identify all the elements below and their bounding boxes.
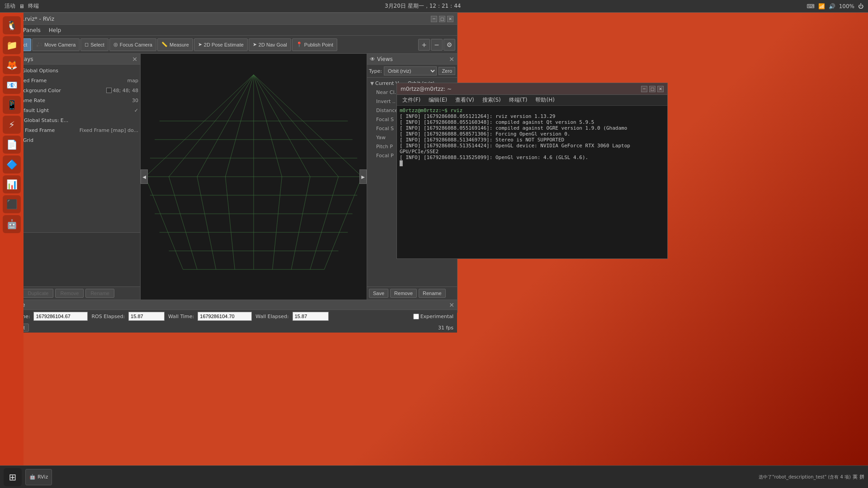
nav-goal-button[interactable]: ➤ 2D Nav Goal — [249, 38, 291, 51]
zoom-in-button[interactable]: + — [418, 39, 430, 51]
sidebar-app5-icon[interactable]: ⚡ — [3, 116, 21, 134]
wall-elapsed-input[interactable] — [292, 312, 329, 321]
svg-line-14 — [226, 75, 254, 177]
measure-button[interactable]: 📏 Measure — [157, 38, 193, 51]
focus-camera-button[interactable]: ◎ Focus Camera — [109, 38, 156, 51]
svg-line-21 — [169, 177, 198, 269]
help-menu[interactable]: Help — [45, 26, 65, 34]
svg-line-25 — [273, 177, 282, 269]
ros-elapsed-input[interactable] — [128, 312, 165, 321]
svg-line-19 — [254, 75, 362, 177]
power-icon: ⏻ — [858, 3, 863, 9]
focus-camera-icon: ◎ — [113, 42, 118, 47]
rename-button[interactable]: Rename — [85, 289, 114, 298]
terminal-close-button[interactable]: ✕ — [657, 86, 664, 92]
views-buttons: Save Remove Rename — [367, 286, 457, 300]
viewport-arrow-right[interactable]: ▶ — [359, 169, 367, 184]
sidebar-app8-icon[interactable]: 📊 — [3, 175, 21, 193]
views-icon: 👁 — [370, 56, 375, 62]
ros-time-input[interactable] — [33, 312, 88, 321]
sidebar-vscode-icon[interactable]: 🔷 — [3, 155, 21, 174]
pose-estimate-button[interactable]: ➤ 2D Pose Estimate — [194, 38, 248, 51]
default-light-label: Default Light — [17, 108, 134, 113]
displays-panel-close[interactable]: ✕ — [132, 56, 137, 63]
views-rename-button[interactable]: Rename — [419, 289, 446, 298]
sidebar-firefox-icon[interactable]: 🦊 — [3, 56, 21, 74]
svg-line-18 — [254, 75, 339, 177]
select-icon: ◻ — [85, 42, 89, 47]
current-view-expand[interactable]: ▼ — [369, 80, 375, 86]
sidebar-rviz-icon[interactable]: 🤖 — [3, 215, 21, 233]
system-bar: 活动 🖥 终端 3月20日 星期一，12：21：44 ⌨ 📶 🔊 100% ⏻ — [0, 0, 868, 13]
views-save-button[interactable]: Save — [369, 289, 388, 298]
fps-display: 31 fps — [438, 325, 453, 331]
keyboard-icon: ⌨ — [807, 3, 814, 9]
terminal-view-menu[interactable]: 查看(V) — [452, 95, 478, 105]
sidebar-terminal-icon[interactable]: ⬛ — [3, 195, 21, 213]
activities-label[interactable]: 活动 — [5, 2, 15, 10]
time-panel-close[interactable]: ✕ — [449, 301, 454, 309]
sidebar-ubuntu-icon[interactable]: 🐧 — [3, 16, 21, 34]
views-panel-title: 👁 Views — [370, 56, 393, 62]
taskbar-keyboard-icon: 英 — [853, 474, 858, 480]
3d-viewport[interactable]: ◀ ▶ — [141, 54, 367, 300]
views-zero-button[interactable]: Zero — [439, 67, 455, 75]
taskbar-apps-icon[interactable]: ⊞ — [4, 468, 22, 486]
toolbar: ↕ Interact 🎥 Move Camera ◻ Select ◎ Focu… — [0, 36, 457, 54]
wall-time-label: Wall Time: — [168, 314, 194, 319]
views-type-row: Type: Orbit (rviz) Zero — [367, 65, 457, 78]
terminal-title: m0rtzz@m0rtzz: ~ — [401, 86, 452, 92]
sidebar-thunderbird-icon[interactable]: 📧 — [3, 76, 21, 94]
select-button[interactable]: ◻ Select — [80, 38, 108, 51]
terminal-minimize-button[interactable]: ─ — [641, 86, 647, 92]
sidebar-app4-icon[interactable]: 📱 — [3, 96, 21, 114]
ros-elapsed-label: ROS Elapsed: — [91, 314, 125, 319]
system-bar-right: ⌨ 📶 🔊 100% ⏻ — [807, 3, 863, 9]
views-type-select[interactable]: Orbit (rviz) — [384, 66, 437, 75]
close-button[interactable]: ✕ — [447, 16, 453, 22]
wall-elapsed-label: Wall Elapsed: — [255, 314, 288, 319]
time-fields-row: ROS Time: ROS Elapsed: Wall Time: Wall E… — [0, 310, 457, 323]
svg-line-23 — [226, 177, 235, 269]
rviz-titlebar: default.rviz* - RViz ─ □ ✕ — [0, 13, 457, 25]
experimental-checkbox[interactable] — [413, 314, 419, 319]
taskbar-right: 选中了"robot_description_test" (含有 4 项) 英 拼 — [759, 474, 864, 480]
publish-point-button[interactable]: 📍 Publish Point — [292, 38, 337, 51]
sidebar-files-icon[interactable]: 📁 — [3, 36, 21, 54]
background-color-value: 48; 48; 48 — [113, 88, 138, 94]
terminal-body[interactable]: m0rtzz@m0rtzz:~$ rviz [ INFO] [167928608… — [397, 106, 667, 258]
terminal-label[interactable]: 终端 — [28, 2, 39, 10]
terminal-edit-menu[interactable]: 编辑(E) — [425, 95, 451, 105]
toolbar-right: + − ⚙ — [418, 39, 455, 51]
move-camera-button[interactable]: 🎥 Move Camera — [32, 38, 80, 51]
fixed-frame-value: map — [127, 78, 138, 84]
experimental-checkbox-row: Experimental — [413, 314, 453, 319]
wall-time-input[interactable] — [198, 312, 252, 321]
views-panel-close[interactable]: ✕ — [449, 56, 454, 63]
network-icon: 📶 — [818, 3, 825, 9]
rviz-titlebar-buttons: ─ □ ✕ — [431, 16, 453, 22]
grid-label: Grid — [23, 137, 140, 143]
terminal-file-menu[interactable]: 文件(F) — [399, 95, 424, 105]
sidebar-libreoffice-icon[interactable]: 📄 — [3, 136, 21, 154]
maximize-button[interactable]: □ — [439, 16, 445, 22]
taskbar-rviz-item[interactable]: 🤖 RViz — [25, 469, 52, 485]
zoom-out-button[interactable]: − — [431, 39, 443, 51]
viewport-arrow-left[interactable]: ◀ — [141, 169, 148, 184]
terminal-search-menu[interactable]: 搜索(S) — [479, 95, 505, 105]
taskbar-items: 🤖 RViz — [22, 469, 759, 485]
svg-line-20 — [145, 177, 183, 269]
terminal-window: m0rtzz@m0rtzz: ~ ─ □ ✕ 文件(F) 编辑(E) 查看(V)… — [396, 83, 668, 259]
settings-button[interactable]: ⚙ — [443, 39, 455, 51]
svg-line-12 — [169, 75, 254, 177]
volume-icon: 🔊 — [829, 3, 835, 9]
minimize-button[interactable]: ─ — [431, 16, 437, 22]
duplicate-button[interactable]: Duplicate — [23, 289, 54, 298]
remove-button[interactable]: Remove — [55, 289, 84, 298]
experimental-label: Experimental — [420, 314, 453, 319]
nav-icon: ➤ — [253, 42, 257, 47]
views-remove-button[interactable]: Remove — [390, 289, 417, 298]
terminal-maximize-button[interactable]: □ — [649, 86, 656, 92]
terminal-terminal-menu[interactable]: 终端(T) — [505, 95, 531, 105]
terminal-help-menu[interactable]: 帮助(H) — [532, 95, 558, 105]
